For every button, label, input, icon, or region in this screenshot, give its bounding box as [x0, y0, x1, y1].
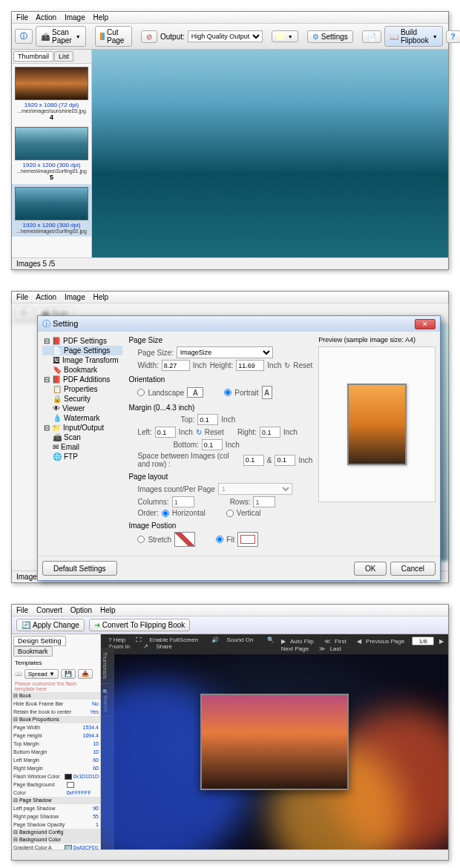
property-group-header[interactable]: ⊟ Background Color — [12, 836, 100, 844]
tree-security[interactable]: 🔒Security — [42, 394, 122, 404]
height-input[interactable] — [236, 360, 264, 371]
menu-image[interactable]: Image — [65, 13, 85, 22]
tree-email[interactable]: ✉Email — [42, 442, 122, 452]
tree-pdf-additions[interactable]: ⊟📕PDF Additions — [42, 375, 122, 384]
tab-bookmark[interactable]: Bookmark — [13, 646, 53, 657]
property-row[interactable]: Flash Window Color 0x1D1D1D — [12, 772, 100, 780]
property-group-header[interactable]: ⊟ Book — [12, 692, 100, 700]
menu-action[interactable]: Action — [36, 13, 56, 22]
property-row[interactable]: Top Margin10 — [12, 740, 100, 748]
tree-scan[interactable]: 📠Scan — [42, 433, 122, 442]
images-count-select[interactable]: 1 — [218, 483, 292, 495]
vertical-radio[interactable] — [226, 510, 234, 517]
stop-button[interactable]: ⊘ — [141, 30, 157, 43]
autoflip-button[interactable]: ▶ Auto Flip — [281, 638, 317, 645]
close-button[interactable]: ✕ — [415, 319, 436, 329]
menu-convert[interactable]: Convert — [36, 606, 62, 614]
stretch-radio[interactable] — [137, 536, 145, 543]
default-settings-button[interactable]: Default Settings — [42, 561, 117, 576]
import-template-button[interactable]: 📥 — [78, 669, 93, 679]
property-value[interactable]: 0x1D1D1D — [65, 772, 99, 780]
property-row[interactable]: Left page Shadow90 — [12, 804, 100, 812]
info-button[interactable]: ⓘ — [15, 29, 33, 44]
property-value[interactable]: 60 — [93, 764, 99, 772]
top-margin-input[interactable] — [197, 414, 218, 425]
menu-help[interactable]: Help — [100, 606, 116, 614]
property-value[interactable]: 0xFFFFFF — [67, 780, 99, 797]
convert-button[interactable]: ➜Convert To Flipping Book — [89, 619, 191, 631]
property-value[interactable]: 10 — [93, 740, 99, 748]
property-value[interactable]: 0xA3CFD1 — [65, 844, 99, 849]
color-button[interactable]: ▼ — [272, 30, 298, 42]
menu-file[interactable]: File — [16, 606, 28, 614]
cut-page-button[interactable]: Cut Page — [95, 26, 132, 47]
thumbnail-item[interactable]: 1920 x 1200 (300 dpi) ...hemes\images\Su… — [12, 124, 91, 184]
reset-icon[interactable]: ↻ — [196, 428, 202, 436]
property-row[interactable]: Hide Book Frame BarNo — [12, 700, 100, 708]
first-page-button[interactable]: ≪ First — [324, 638, 349, 645]
tab-list[interactable]: List — [54, 51, 73, 62]
reset-icon[interactable]: ↻ — [284, 361, 290, 369]
landscape-radio[interactable] — [137, 389, 145, 396]
last-page-button[interactable]: ≫ Last — [319, 645, 344, 652]
tab-design-setting[interactable]: Design Setting — [13, 636, 66, 646]
page-input[interactable] — [412, 637, 434, 645]
property-group-header[interactable]: ⊟ Book Proportions — [12, 716, 100, 723]
property-row[interactable]: Retain the book to centerYes — [12, 708, 100, 716]
property-row[interactable]: Left Margin60 — [12, 756, 100, 764]
property-value[interactable]: 55 — [93, 812, 99, 821]
save-template-button[interactable]: 💾 — [61, 669, 76, 679]
width-input[interactable] — [162, 360, 190, 371]
ok-button[interactable]: OK — [354, 562, 387, 576]
tree-pdf-settings[interactable]: ⊟📕PDF Settings — [42, 336, 122, 346]
help-button[interactable]: ? — [446, 30, 460, 43]
tree-ftp[interactable]: 🌐FTP — [42, 452, 122, 461]
scan-paper-button[interactable]: 📠Scan Paper▼ — [36, 26, 86, 47]
thumbnails-tab[interactable]: Thumbnails — [101, 648, 109, 684]
property-row[interactable]: Gradient Color A 0xA3CFD1 — [12, 844, 100, 849]
property-group-header[interactable]: ⊟ Page Shadow — [12, 797, 100, 804]
property-row[interactable]: Right page Shadow55 — [12, 812, 100, 821]
apply-change-button[interactable]: 🔄Apply Change — [16, 619, 85, 631]
property-row[interactable]: Page Width1534.4 — [12, 723, 100, 731]
menu-action[interactable]: Action — [36, 293, 56, 301]
property-value[interactable]: 60 — [93, 756, 99, 764]
col-space-input[interactable] — [243, 455, 264, 466]
property-row[interactable]: Bottom Margin10 — [12, 748, 100, 756]
property-value[interactable]: 10 — [93, 748, 99, 756]
tree-image-transform[interactable]: 🖼Image Transform — [42, 355, 122, 365]
thumbnail-item[interactable]: 1920 x 1080 (72 dpi) ...mes\images\sunsh… — [12, 64, 91, 124]
row-space-input[interactable] — [275, 455, 295, 466]
menu-help[interactable]: Help — [93, 13, 109, 22]
share-button[interactable]: ↗ Share — [140, 643, 175, 650]
fit-radio[interactable] — [216, 536, 223, 543]
property-value[interactable]: Yes — [91, 708, 99, 716]
spread-button[interactable]: Spread ▼ — [24, 669, 59, 679]
property-row[interactable]: Page Height1094.4 — [12, 731, 100, 740]
thumbnail-item[interactable]: 1920 x 1200 (300 dpi) ...hemes\images\Su… — [12, 184, 91, 237]
settings-button[interactable]: ⚙Settings — [307, 30, 353, 43]
horizontal-radio[interactable] — [162, 510, 169, 517]
menu-file[interactable]: File — [16, 13, 28, 22]
property-row[interactable]: Page Shadow Opacity1 — [12, 821, 100, 829]
sound-button[interactable]: 🔊 Sound On — [208, 637, 256, 643]
flipbook-page[interactable] — [200, 694, 349, 790]
property-row[interactable]: Right Margin60 — [12, 764, 100, 772]
prev-page-button[interactable]: ◀ Previous Page — [357, 638, 407, 645]
help-button[interactable]: ? Help — [108, 637, 125, 643]
tree-page-settings[interactable]: 📄Page Settings — [42, 346, 122, 355]
property-value[interactable]: 90 — [93, 804, 99, 812]
tree-bookmark[interactable]: 🔖Bookmark — [42, 365, 122, 375]
property-value[interactable]: 1534.4 — [83, 723, 99, 731]
right-margin-input[interactable] — [260, 427, 280, 438]
reset-label[interactable]: Reset — [293, 361, 312, 369]
page-button[interactable]: 📄 — [362, 30, 381, 43]
bottom-margin-input[interactable] — [202, 439, 223, 450]
fullscreen-button[interactable]: ⛶ Enable FullScreen — [133, 637, 201, 643]
build-flipbook-button[interactable]: 📖Build Flipbook▼ — [384, 26, 443, 47]
property-row[interactable]: Page Background Color 0xFFFFFF — [12, 780, 100, 797]
property-value[interactable]: 1094.4 — [83, 731, 99, 740]
reset-label[interactable]: Reset — [205, 428, 224, 436]
tree-watermark[interactable]: 💧Watermark — [42, 413, 122, 423]
output-select[interactable]: High Quality Output — [188, 30, 263, 42]
